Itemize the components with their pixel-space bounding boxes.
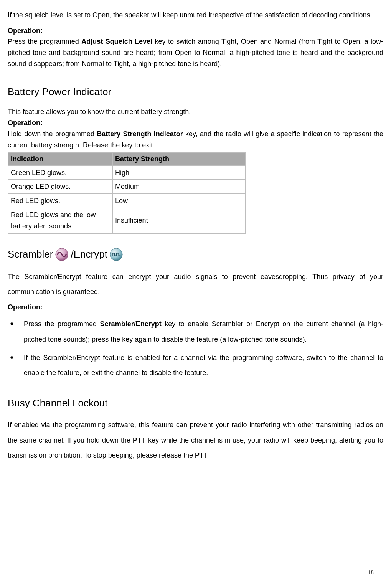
list-item: Press the programmed Scrambler/Encrypt k… [8, 317, 383, 347]
table-cell: Red LED glows and the low battery alert … [8, 208, 112, 233]
table-row: Green LED glows. High [8, 166, 245, 180]
scrambler-intro-paragraph: The Scrambler/Encrypt feature can encryp… [8, 269, 383, 300]
table-header-indication: Indication [8, 153, 112, 165]
table-cell: High [112, 166, 245, 180]
list-item: If the Scrambler/Encrypt feature is enab… [8, 350, 383, 381]
table-cell: Medium [112, 180, 245, 194]
text-fragment: Press the programmed [24, 320, 100, 328]
table-cell: Red LED glows. [8, 194, 112, 208]
busy-channel-lockout-heading: Busy Channel Lockout [8, 396, 383, 410]
squelch-operation-paragraph: Press the programmed Adjust Squelch Leve… [8, 36, 383, 69]
table-cell: Low [112, 194, 245, 208]
table-cell: Orange LED glows. [8, 180, 112, 194]
battery-power-indicator-heading: Battery Power Indicator [8, 85, 383, 99]
scrambler-wave-icon [54, 247, 69, 262]
squelch-intro-paragraph: If the squelch level is set to Open, the… [8, 8, 383, 23]
text-fragment: Press the programmed [8, 38, 81, 45]
busy-channel-paragraph: If enabled via the programming software,… [8, 418, 383, 463]
table-header-strength: Battery Strength [112, 153, 245, 165]
operation-label: Operation: [8, 119, 43, 127]
battery-strength-table: Indication Battery Strength Green LED gl… [8, 152, 246, 233]
table-row: Orange LED glows. Medium [8, 180, 245, 194]
battery-intro-paragraph: This feature allows you to know the curr… [8, 106, 383, 117]
table-row: Red LED glows and the low battery alert … [8, 208, 245, 233]
scrambler-encrypt-key-name: Scrambler/Encrypt [100, 320, 162, 328]
scrambler-encrypt-heading: Scrambler /Encrypt [8, 247, 383, 262]
scrambler-label: Scrambler [8, 247, 53, 261]
text-fragment: Hold down the programmed [8, 130, 97, 138]
battery-operation-paragraph: Hold down the programmed Battery Strengt… [8, 129, 383, 151]
encrypt-label: /Encrypt [71, 247, 107, 261]
operation-label: Operation: [8, 303, 43, 311]
adjust-squelch-key-name: Adjust Squelch Level [81, 38, 152, 45]
ptt-key-name: PTT [195, 451, 208, 459]
scrambler-bullet-list: Press the programmed Scrambler/Encrypt k… [8, 317, 383, 380]
table-cell: Green LED glows. [8, 166, 112, 180]
encrypt-square-wave-icon [109, 247, 124, 262]
page-number: 18 [368, 568, 374, 576]
table-cell: Insufficient [112, 208, 245, 233]
table-row: Red LED glows. Low [8, 194, 245, 208]
operation-label: Operation: [8, 27, 43, 35]
ptt-key-name: PTT [133, 436, 146, 444]
battery-strength-key-name: Battery Strength Indicator [97, 130, 183, 138]
text-fragment: If the Scrambler/Encrypt feature is enab… [24, 354, 383, 377]
